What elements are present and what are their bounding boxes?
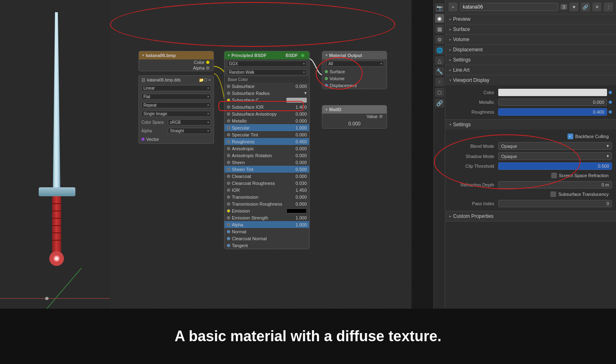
bsdf-distribution-dropdown[interactable]: GGX ▾ [227, 61, 307, 67]
metallic-value[interactable]: 0.000 [498, 99, 607, 106]
bsdf-input-subsurface-color[interactable]: Subsurface C... [224, 96, 309, 103]
bsdf-input-subsurface-radius[interactable]: Subsurface Radius ▾ [224, 90, 309, 96]
strip-icon-object[interactable]: △ [435, 56, 444, 65]
subsurface-translucency-checkbox[interactable] [550, 191, 556, 197]
output-input-surface[interactable]: Surface [322, 68, 387, 75]
shadow-mode-dropdown[interactable]: Opaque ▾ [498, 152, 612, 160]
bsdf-input-transmission[interactable]: Transmission 0.000 [224, 193, 309, 200]
material-options-button[interactable]: ⋮ [604, 2, 613, 11]
matid-collapse-icon[interactable]: ▾ [326, 107, 328, 112]
strip-icon-texture[interactable]: ▦ [435, 24, 444, 33]
material-icon-button[interactable]: ♥ [570, 2, 579, 11]
texture-filename-row[interactable]: 🖼 katana06.bmp.dds 📁🗒✕ [139, 76, 213, 84]
bsdf-input-subsurface-anisotropy[interactable]: Subsurface Anisotropy 0.000 [224, 110, 309, 117]
material-link-button[interactable]: 🔗 [581, 2, 590, 11]
node-material-output[interactable]: ▾ Material Output All ▾ Surface Volume [322, 51, 387, 89]
texture-source-dropdown[interactable]: Single Image ▾ [141, 111, 211, 117]
output-input-displacement[interactable]: Displacement [322, 82, 387, 89]
strip-icon-world[interactable]: 🌐 [435, 46, 444, 55]
refraction-depth-value[interactable]: 0 m [498, 181, 612, 189]
bsdf-input-subsurface[interactable]: Subsurface 0.000 [224, 83, 309, 90]
props-section-lineart-header[interactable]: ▸ Line Art [445, 65, 616, 75]
props-section-volume-header[interactable]: ▸ Volume [445, 35, 616, 44]
output-target-dropdown[interactable]: All ▾ [326, 61, 384, 67]
node-bsdf[interactable]: ▾ Principled BSDF BSDF GGX ▾ Random Walk… [224, 51, 310, 249]
output-input-volume[interactable]: Volume [322, 75, 387, 82]
bsdf-input-sheen[interactable]: Sheen 0.000 [224, 159, 309, 166]
bsdf-input-anisotropic[interactable]: Anisotropic 0.000 [224, 145, 309, 152]
bsdf-input-normal[interactable]: Normal [224, 228, 309, 235]
bsdf-input-emission-strength[interactable]: Emission Strength 1.000 [224, 214, 309, 221]
strip-icon-render[interactable]: 📷 [435, 3, 444, 12]
bsdf-input-transmission-roughness[interactable]: Transmission Roughness 0.000 [224, 200, 309, 207]
screen-space-refraction-checkbox[interactable] [551, 173, 557, 178]
blend-mode-dropdown[interactable]: Opaque ▾ [498, 142, 612, 150]
texture-source-row[interactable]: Single Image ▾ [139, 110, 213, 118]
bsdf-input-specular-tint[interactable]: Specular Tint 0.000 [224, 131, 309, 138]
props-section-custom-header[interactable]: ▸ Custom Properties [445, 211, 616, 221]
bsdf-input-clearcoat[interactable]: Clearcoat 0.000 [224, 173, 309, 180]
strip-icon-particles[interactable]: ⁘ [435, 77, 444, 86]
texture-extension-dropdown[interactable]: Repeat ▾ [141, 102, 211, 108]
bsdf-input-specular[interactable]: Specular 1.000 [224, 124, 309, 131]
props-section-preview-header[interactable]: ▸ Preview [445, 14, 616, 24]
strip-icon-settings[interactable]: ⚙ [435, 35, 444, 44]
bsdf-input-subsurface-ior[interactable]: Subsurface IOR 1.400 [224, 103, 309, 110]
props-section-settings-header[interactable]: ▸ Settings [445, 55, 616, 65]
bsdf-subsurface-dropdown[interactable]: Random Walk ▾ [227, 69, 307, 75]
caption-bar: A basic material with a diffuse texture. [0, 309, 616, 364]
shadow-mode-label: Shadow Mode [449, 154, 498, 159]
texture-alpha-dropdown[interactable]: Straight ▾ [168, 128, 211, 134]
strip-icon-material[interactable]: ◉ [435, 14, 444, 23]
texture-interpolation-dropdown[interactable]: Linear ▾ [141, 85, 211, 91]
props-settings-expanded-header[interactable]: ▾ Settings [445, 120, 616, 129]
svg-line-13 [47, 268, 81, 309]
bsdf-input-anisotropic-rotation[interactable]: Anisotropic Rotation 0.000 [224, 152, 309, 159]
collapse-icon[interactable]: ▾ [142, 53, 144, 57]
material-name-field[interactable]: katana06 [460, 3, 558, 11]
socket-out-displacement [325, 84, 328, 87]
props-section-viewport-display-header[interactable]: ▾ Viewport Display [445, 75, 616, 85]
bsdf-input-tangent[interactable]: Tangent [224, 242, 309, 249]
backface-culling-checkbox[interactable]: ✓ [568, 134, 573, 139]
color-label: Color [449, 90, 498, 95]
texture-projection-dropdown[interactable]: Flat ▾ [141, 94, 211, 100]
bsdf-distribution-row[interactable]: GGX ▾ [224, 59, 309, 68]
props-section-displacement-header[interactable]: ▸ Displacement [445, 45, 616, 55]
props-section-surface-header[interactable]: ▸ Surface [445, 24, 616, 34]
material-remove-button[interactable]: ✕ [592, 2, 601, 11]
settings-exp-label: Settings [453, 122, 471, 127]
output-target-row[interactable]: All ▾ [322, 59, 387, 68]
bsdf-subsurface-method-row[interactable]: Random Walk ▾ [224, 68, 309, 77]
strip-icon-modifier[interactable]: 🔧 [435, 67, 444, 76]
bsdf-input-alpha[interactable]: Alpha 1.000 [224, 221, 309, 228]
bsdf-input-clearcoat-roughness[interactable]: Clearcoat Roughness 0.030 [224, 180, 309, 186]
bsdf-collapse-icon[interactable]: ▾ [228, 53, 230, 57]
roughness-value[interactable]: 0.400 [498, 108, 607, 116]
node-matid[interactable]: ▾ MatID Value 0.000 [322, 105, 387, 129]
socket-subsurface-color [227, 99, 230, 102]
bsdf-input-emission[interactable]: Emission [224, 207, 309, 214]
texture-colorspace-row[interactable]: Color Space sRGB ▾ [139, 118, 213, 127]
bsdf-input-roughness[interactable]: Roughness 0.450 [224, 138, 309, 145]
node-texture-image[interactable]: ▾ katana06.bmp Color Alpha [139, 51, 214, 71]
texture-interpolation-row[interactable]: Linear ▾ [139, 84, 213, 92]
new-material-button[interactable]: + [449, 2, 458, 11]
bsdf-input-ior[interactable]: IOR 1.450 [224, 186, 309, 193]
output-collapse-icon[interactable]: ▾ [326, 53, 328, 57]
bsdf-input-sheen-tint[interactable]: Sheen Tint 0.500 [224, 166, 309, 173]
color-swatch[interactable] [498, 89, 607, 96]
texture-extension-row[interactable]: Repeat ▾ [139, 101, 213, 110]
texture-colorspace-dropdown[interactable]: sRGB ▾ [168, 119, 211, 125]
bsdf-input-clearcoat-normal[interactable]: Clearcoat Normal [224, 235, 309, 242]
socket-clearcoat [227, 175, 230, 178]
props-section-settings: ▸ Settings [445, 55, 616, 65]
strip-icon-physics[interactable]: ⬡ [435, 88, 444, 97]
pass-index-value[interactable]: 0 [498, 200, 612, 207]
clip-threshold-value[interactable]: 0.500 [498, 162, 612, 170]
strip-icon-constraint[interactable]: 🔗 [435, 99, 444, 107]
texture-projection-row[interactable]: Flat ▾ [139, 92, 213, 101]
texture-alpha-row[interactable]: Alpha Straight ▾ [139, 127, 213, 135]
bsdf-input-metallic[interactable]: Metallic 0.000 [224, 117, 309, 124]
node-texture-title: katana06.bmp [146, 53, 176, 58]
